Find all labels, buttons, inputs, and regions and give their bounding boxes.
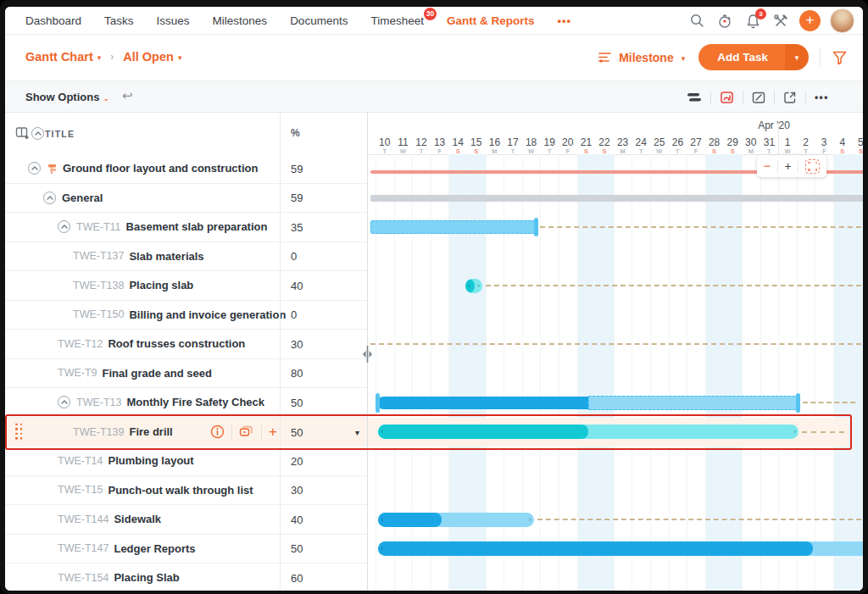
day-number: 19	[540, 136, 559, 148]
nav-item-timesheet[interactable]: Timesheet30	[370, 14, 424, 27]
title-column-header[interactable]: TITLE	[45, 129, 75, 139]
add-task-button[interactable]: Add Task ▾	[698, 44, 809, 70]
timer-icon[interactable]	[715, 12, 734, 31]
table-row[interactable]: Ground floor layout and construction59	[5, 154, 367, 184]
add-task-dropdown[interactable]: ▾	[785, 44, 809, 70]
day-number: 18	[522, 136, 541, 148]
row-collapse-icon[interactable]	[28, 162, 41, 175]
quick-add-button[interactable]: +	[799, 10, 821, 31]
table-row[interactable]: TWE-T138Placing slab40	[5, 271, 367, 301]
task-bar[interactable]: ‹›	[378, 425, 798, 439]
table-row[interactable]: TWE-T147Ledger Reports50	[5, 535, 367, 564]
nav-item-dashboard[interactable]: Dashboard	[25, 14, 81, 27]
zoom-out-button[interactable]: −	[764, 159, 771, 173]
task-percent[interactable]: 50	[291, 425, 303, 438]
task-title[interactable]: Punch-out walk through list	[108, 484, 253, 497]
day-number: 23	[614, 136, 632, 148]
nav-item-milestones[interactable]: Milestones	[213, 14, 268, 27]
critical-path-icon[interactable]	[720, 91, 734, 104]
table-row[interactable]: TWE-T144Sidewalk40	[5, 505, 367, 535]
table-row[interactable]: TWE-T154Placing Slab60	[5, 563, 367, 591]
group-by-selector[interactable]: Milestone	[619, 51, 674, 64]
column-settings-icon[interactable]	[15, 126, 30, 144]
add-task-label[interactable]: Add Task	[698, 44, 785, 70]
table-row[interactable]: TWE-T139Fire drill+▾50	[5, 418, 367, 447]
task-title[interactable]: Final grade and seed	[103, 367, 212, 380]
table-row[interactable]: TWE-T13Monthly Fire Safety Check50	[5, 388, 367, 418]
task-bar-remaining[interactable]	[588, 396, 798, 410]
task-title[interactable]: General	[62, 192, 103, 204]
filter-selector[interactable]: All Open	[123, 50, 174, 64]
app-content: DashboardTasksIssuesMilestonesDocumentsT…	[5, 7, 863, 591]
calendar-icon[interactable]	[752, 91, 765, 104]
percent-dropdown-caret[interactable]: ▾	[355, 427, 359, 436]
collapse-all-icon[interactable]	[31, 127, 44, 140]
fit-to-screen-icon[interactable]	[805, 159, 820, 174]
task-bar-progress[interactable]	[377, 397, 587, 409]
table-row[interactable]: TWE-T15Punch-out walk through list30	[5, 476, 367, 506]
search-icon[interactable]	[687, 12, 706, 31]
notifications-bell-icon[interactable]: 3	[743, 12, 762, 31]
user-avatar[interactable]	[830, 8, 854, 33]
task-title[interactable]: Monthly Fire Safety Check	[126, 396, 264, 408]
task-bar[interactable]: ‹	[378, 541, 863, 556]
nav-item-tasks[interactable]: Tasks	[104, 14, 134, 27]
task-percent: 59	[291, 192, 303, 204]
row-collapse-icon[interactable]	[43, 192, 56, 204]
bar-left-arrow-icon: ‹	[468, 282, 470, 290]
task-bar[interactable]: ‹›	[378, 513, 534, 527]
task-title[interactable]: Sidewalk	[114, 513, 161, 525]
row-collapse-icon[interactable]	[58, 396, 70, 408]
task-title[interactable]: Placing slab	[129, 279, 193, 291]
task-title[interactable]: Fire drill	[129, 425, 172, 438]
nav-right-icons: 3 +	[687, 7, 854, 35]
nav-more-button[interactable]: •••	[557, 14, 571, 27]
add-subtask-icon[interactable]: +	[269, 425, 277, 439]
task-info-icon[interactable]	[210, 425, 225, 439]
nav-item-issues[interactable]: Issues	[157, 14, 190, 27]
task-title[interactable]: Ledger Reports	[114, 542, 195, 555]
task-bar[interactable]	[370, 220, 537, 234]
table-row[interactable]: TWE-T150Billing and invoice generation0	[5, 301, 367, 330]
panel-resize-grip[interactable]	[362, 345, 373, 367]
more-options-icon[interactable]: •••	[815, 92, 829, 103]
view-selector[interactable]: Gantt Chart	[25, 50, 93, 64]
row-compact-icon[interactable]	[687, 92, 702, 103]
task-title[interactable]: Roof trusses construction	[108, 337, 245, 350]
table-row[interactable]: TWE-T12Roof trusses construction30	[5, 330, 367, 359]
nav-item-gantt-reports[interactable]: Gantt & Reports	[447, 14, 535, 27]
filter-caret-icon: ▾	[178, 53, 182, 62]
row-content: Ground floor layout and construction	[28, 154, 258, 183]
task-title[interactable]: Billing and invoice generation	[129, 308, 286, 321]
table-row[interactable]: TWE-T14Plumbing layout20	[5, 447, 367, 476]
undo-icon[interactable]: ↩	[122, 88, 133, 103]
percent-column-header[interactable]: %	[291, 127, 300, 139]
log-hours-icon[interactable]	[239, 425, 254, 438]
drag-handle-icon[interactable]	[15, 424, 24, 441]
deadline-dotted-line	[803, 402, 855, 403]
nav-item-documents[interactable]: Documents	[290, 14, 348, 27]
show-options-button[interactable]: Show Options⌄	[25, 91, 109, 103]
task-title[interactable]: Slab materials	[129, 250, 203, 263]
task-title[interactable]: Plumbing layout	[108, 454, 193, 467]
group-by-sliders-icon[interactable]	[598, 51, 612, 64]
bar-end-handle[interactable]	[534, 218, 538, 236]
weekend-column	[852, 154, 863, 591]
table-row[interactable]: General59	[5, 184, 367, 214]
fullscreen-icon[interactable]	[783, 91, 797, 104]
bar-end-handle[interactable]	[376, 393, 380, 413]
task-bar[interactable]: ‹›	[465, 279, 483, 293]
table-row[interactable]: TWE-T11Basement slab preparation35	[5, 213, 367, 242]
task-title[interactable]: Basement slab preparation	[126, 220, 268, 233]
table-row[interactable]: TWE-T137Slab materials0	[5, 242, 367, 272]
zoom-in-button[interactable]: +	[784, 159, 791, 173]
table-row[interactable]: TWE-T9Final grade and seed80	[5, 359, 367, 389]
task-percent: 35	[291, 220, 303, 233]
tools-icon[interactable]	[771, 12, 790, 31]
task-title[interactable]: Placing Slab	[114, 571, 179, 584]
bar-end-handle[interactable]	[796, 393, 800, 413]
row-collapse-icon[interactable]	[58, 220, 70, 233]
task-title[interactable]: Ground floor layout and construction	[63, 162, 258, 175]
month-label: Apr '20	[758, 119, 790, 131]
filter-funnel-icon[interactable]	[832, 50, 848, 65]
